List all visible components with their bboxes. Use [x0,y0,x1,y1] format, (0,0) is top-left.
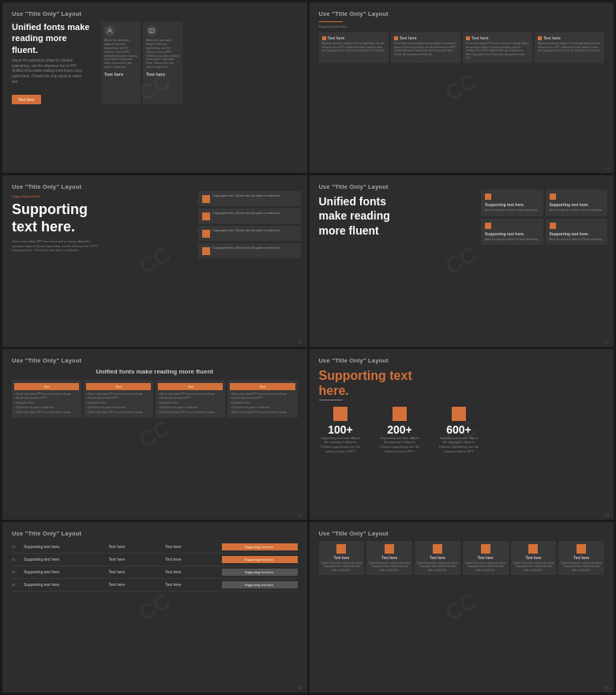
slide-6-stats: 100+ Supporting text here. Adjust the sp… [319,407,605,453]
slide-1-col-1-label: Text here [104,72,137,77]
slide-6-stat-1-icon [333,407,347,421]
slide-7-row-4-name: Supporting text here. [24,582,108,587]
slide-6-stat-3-num: 600+ [446,423,471,436]
slide-8-block-2-body: Unified fonts make reading more fluent C… [369,562,410,573]
slide-1-col-2-icon [146,25,157,36]
slide-3-icon-4 [202,247,210,255]
slide-6-stat-2-num: 200+ [387,423,412,436]
slide-7-row-3-badge: Supporting text here. [222,569,298,576]
slide-7-row-1: 01 Supporting text here. Text here Text … [12,541,298,554]
slide-7-row-4: 04 Supporting text here. Text here Text … [12,579,298,592]
slide-2-col-3-body: Theme color makes PPT more convenient to… [466,42,529,60]
slide-3-body: Theme color makes PPT more convenient to… [12,240,99,253]
slide-2-col-4: Text here Adjust the spacing to adapt to… [535,32,604,63]
slide-7-row-2: 02 Supporting text here. Text here Text … [12,554,298,566]
slide-3-text-1: Copy paste fonts. Choose the only option… [213,194,280,198]
slide-8-block-2-title: Text here [369,556,410,560]
slide-3-pagenum: 10 [298,340,302,344]
slide-8-icon-3 [433,544,442,554]
slide-2-col-2-body: Unified fonts make reading to change. Ad… [394,42,457,56]
slide-6-stat-1: 100+ Supporting text here. Adjust the sp… [319,407,362,453]
slide-3-icon-3 [202,230,210,238]
slide-7-row-3-v1: Text here [108,569,165,574]
slide-4-cell-3: Supporting text here. Adjust the spacing… [481,219,543,246]
slide-3-text-2: Copy paste fonts. Choose the only option… [213,212,280,216]
slide-2-title: Use "Title Only" Layout [319,10,605,17]
slide-1-col-1: Adjust the spacing to adapt to Chinese t… [101,21,141,104]
slide-8-block-6-title: Text here [561,556,602,560]
slide-4-pagenum: 11 [604,340,609,344]
slide-3-list: Copy paste fonts. Choose the only option… [198,191,301,258]
slide-8-pagenum: 15 [604,686,609,690]
slide-5-col-1-body: • Theme color makes PPT more convenient … [14,393,79,415]
slide-4-cell-2-icon [550,193,556,200]
slide-5-pagenum: 12 [298,513,302,517]
slide-5-col-3: Text • Theme color makes PPT more conven… [156,380,225,419]
slide-6: Use "Title Only" Layout Supporting text … [310,349,614,520]
slide-7-pagenum: 14 [298,686,302,690]
slide-2-col-2-header: Text here [394,36,457,40]
slide-4-cell-4-body: Adjust the spacing to adapt to Chinese t… [550,238,604,242]
slide-1-col-1-text: Adjust the spacing to adapt to Chinese t… [104,39,137,70]
slide-3: Use "Title Only" Layout Supporting text … [2,175,307,346]
slide-3-item-3: Copy paste fonts. Choose the only option… [198,226,301,241]
slide-4-cell-4: Supporting text here. Adjust the spacing… [546,219,608,246]
slide-5-col-2-header: Text [86,383,151,390]
slide-8-block-1: Text here Unified fonts make reading mor… [319,541,365,576]
slide-6-heading: Supporting text here. [319,368,605,398]
slide-7-row-4-v2: Text here [165,582,222,587]
slide-5-col-2: Text • Theme color makes PPT more conven… [84,380,153,419]
slide-7-row-2-v2: Text here [165,557,222,562]
slide-8-block-5-title: Text here [513,556,554,560]
slide-8-block-4-title: Text here [465,556,506,560]
slide-8-block-5-body: Unified fonts make reading more fluent C… [513,562,554,573]
slide-7-row-1-num: 01 [12,545,24,549]
slide-6-stat-3-icon [452,407,466,421]
slide-8-block-1-body: Unified fonts make reading more fluent C… [321,562,362,573]
slide-8: Use "Title Only" Layout Text here Unifie… [310,522,614,693]
slide-7-row-2-num: 02 [12,558,24,562]
slide-7: Use "Title Only" Layout 01 Supporting te… [2,522,307,693]
slide-5-col-3-body: • Theme color makes PPT more convenient … [158,393,223,415]
slide-4-heading: Unified fonts make reading more fluent [319,194,414,238]
slide-2-col-1-header: Text here [322,36,385,40]
slide-6-title: Use "Title Only" Layout [319,357,605,364]
slide-1-btn[interactable]: Text here [12,95,41,104]
slide-3-item-4: Copy paste fonts. Choose the only option… [198,243,301,258]
slide-8-block-3: Text here Unified fonts make reading mor… [415,541,460,576]
slide-7-row-2-badge: Supporting text here. [222,556,298,563]
slide-4-cell-1-icon [485,193,491,200]
slide-7-row-4-num: 04 [12,583,24,587]
slide-4-cell-4-title: Supporting text here. [550,231,604,236]
slide-6-stat-3: 600+ Supporting text here. Adjust the sp… [438,407,481,453]
slide-4-cell-4-icon [550,223,556,229]
slide-4-cell-2-body: Adjust the spacing to adapt to Chinese t… [550,208,604,212]
slide-1-col-2: Adjust the spacing to adapt to Chinese t… [143,21,182,104]
slide-1-title: Use "Title Only" Layout [12,10,298,17]
slide-2-col-2-dot [394,36,398,40]
slide-5-col-3-header: Text [158,383,223,390]
slide-3-item-1: Copy paste fonts. Choose the only option… [198,191,301,206]
slide-3-item-2: Copy paste fonts. Choose the only option… [198,208,301,224]
slide-7-row-3-v2: Text here [165,569,222,574]
slide-2-divider [319,21,343,22]
slide-1: Use "Title Only" Layout Unified fonts ma… [2,2,307,173]
slide-2-col-1-body: Adjust the spacing to adapt to Chinese t… [322,42,385,53]
slide-5-col-4-body: • Theme color makes PPT more convenient … [230,393,295,415]
slide-5-title: Use "Title Only" Layout [12,357,298,364]
slide-6-pagenum: 13 [604,513,609,517]
slide-4-cell-3-title: Supporting text here. [485,231,539,236]
slide-1-col-1-icon [104,25,115,36]
slide-6-stat-2: 200+ Supporting text here. Adjust the sp… [378,407,422,453]
slide-5-col-1: Text • Theme color makes PPT more conven… [12,380,81,419]
slide-8-block-4-body: Unified fonts make reading more fluent C… [465,562,506,573]
slide-8-block-4: Text here Unified fonts make reading mor… [463,541,509,576]
slide-5-col-2-body: • Theme color makes PPT more convenient … [86,393,151,415]
slide-grid: Use "Title Only" Layout Unified fonts ma… [0,0,616,695]
slide-4-cell-1: Supporting text here. Adjust the spacing… [481,190,543,216]
slide-7-row-2-v1: Text here [108,557,165,562]
slide-2-pagenum: 8 [607,166,609,171]
slide-6-stat-1-label: Supporting text here. Adjust the spacing… [319,436,362,453]
slide-8-block-3-title: Text here [417,556,458,560]
slide-2-col-3-header: Text here [466,36,529,40]
